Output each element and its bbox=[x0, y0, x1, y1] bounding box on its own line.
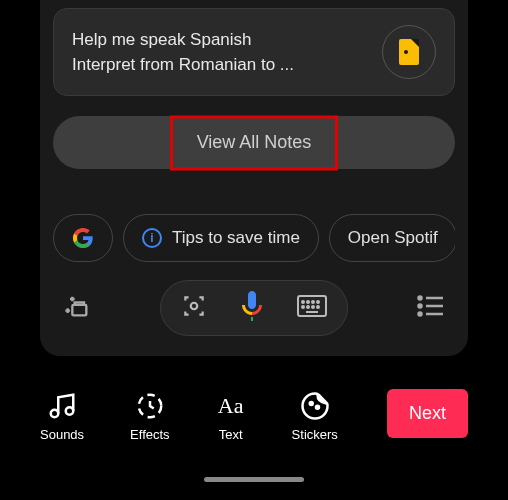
suggestion-line1: Help me speak Spanish bbox=[72, 27, 294, 53]
home-indicator[interactable] bbox=[204, 477, 304, 482]
next-button[interactable]: Next bbox=[387, 389, 468, 438]
view-all-notes-button[interactable]: View All Notes bbox=[53, 116, 455, 169]
svg-point-4 bbox=[307, 301, 309, 303]
svg-point-7 bbox=[302, 306, 304, 308]
svg-point-12 bbox=[419, 297, 422, 300]
svg-point-6 bbox=[317, 301, 319, 303]
sounds-tool[interactable]: Sounds bbox=[40, 391, 84, 442]
effects-tool[interactable]: Effects bbox=[130, 391, 170, 442]
next-label: Next bbox=[409, 403, 446, 423]
spotify-chip[interactable]: Open Spotif bbox=[329, 214, 455, 262]
mic-button[interactable] bbox=[239, 291, 265, 325]
input-mode-pill bbox=[160, 280, 348, 336]
effects-icon bbox=[135, 391, 165, 421]
svg-point-8 bbox=[307, 306, 309, 308]
svg-point-5 bbox=[312, 301, 314, 303]
stickers-tool[interactable]: Stickers bbox=[292, 391, 338, 442]
spotify-chip-label: Open Spotif bbox=[348, 228, 438, 248]
menu-list-icon[interactable] bbox=[417, 295, 445, 321]
svg-rect-0 bbox=[72, 305, 86, 316]
keyboard-icon[interactable] bbox=[297, 295, 327, 321]
assistant-overlay: Help me speak Spanish Interpret from Rom… bbox=[40, 0, 468, 356]
suggestion-text: Help me speak Spanish Interpret from Rom… bbox=[72, 27, 294, 78]
svg-point-21 bbox=[309, 402, 312, 405]
google-logo-icon bbox=[72, 227, 94, 249]
suggestion-card[interactable]: Help me speak Spanish Interpret from Rom… bbox=[53, 8, 455, 96]
google-chip[interactable] bbox=[53, 214, 113, 262]
svg-point-22 bbox=[316, 406, 319, 409]
svg-point-9 bbox=[312, 306, 314, 308]
svg-point-3 bbox=[302, 301, 304, 303]
tips-chip[interactable]: i Tips to save time bbox=[123, 214, 319, 262]
keep-note-button[interactable] bbox=[382, 25, 436, 79]
stickers-label: Stickers bbox=[292, 427, 338, 442]
svg-point-10 bbox=[317, 306, 319, 308]
music-note-icon bbox=[47, 391, 77, 421]
effects-label: Effects bbox=[130, 427, 170, 442]
tips-chip-label: Tips to save time bbox=[172, 228, 300, 248]
info-icon: i bbox=[142, 228, 162, 248]
svg-point-16 bbox=[419, 313, 422, 316]
suggestion-chip-row: i Tips to save time Open Spotif bbox=[53, 214, 455, 262]
assistant-input-bar bbox=[53, 280, 455, 336]
sparkle-icon[interactable] bbox=[63, 292, 91, 324]
svg-point-18 bbox=[51, 410, 59, 418]
keep-icon bbox=[399, 39, 419, 65]
svg-point-1 bbox=[191, 303, 198, 310]
suggestion-line2: Interpret from Romanian to ... bbox=[72, 52, 294, 78]
sticker-icon bbox=[300, 391, 330, 421]
text-tool[interactable]: Aa Text bbox=[216, 391, 246, 442]
text-aa-icon: Aa bbox=[216, 391, 246, 421]
svg-point-14 bbox=[419, 305, 422, 308]
lens-icon[interactable] bbox=[181, 293, 207, 323]
svg-point-19 bbox=[66, 407, 74, 415]
text-label: Text bbox=[219, 427, 243, 442]
highlight-annotation bbox=[170, 115, 338, 170]
sounds-label: Sounds bbox=[40, 427, 84, 442]
